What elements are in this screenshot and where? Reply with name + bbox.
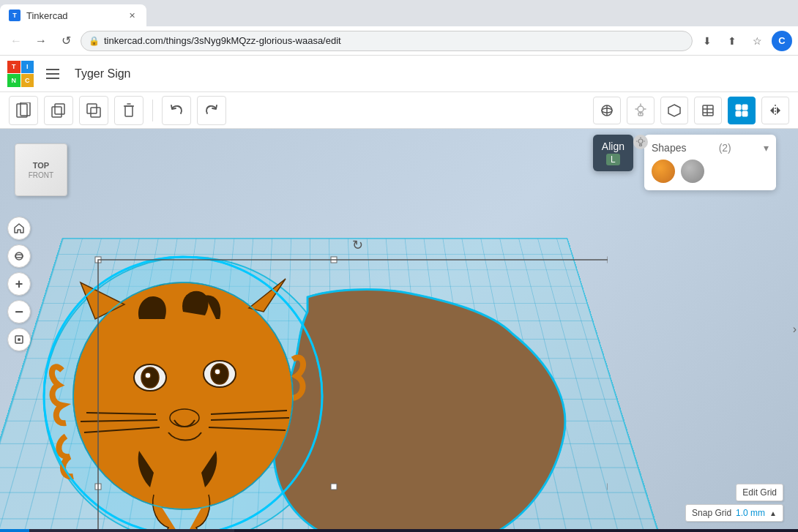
import-button[interactable] bbox=[694, 97, 722, 124]
shape-icon bbox=[667, 103, 682, 118]
views-icon bbox=[600, 103, 614, 118]
cube-box[interactable]: TOP FRONT bbox=[15, 143, 67, 196]
main-area: Workplane bbox=[0, 129, 798, 529]
zoom-out-button[interactable]: − bbox=[7, 300, 31, 323]
light-button[interactable] bbox=[627, 97, 655, 124]
shape-button[interactable] bbox=[660, 97, 688, 124]
svg-point-55 bbox=[638, 139, 643, 143]
zoom-in-button[interactable]: + bbox=[7, 272, 31, 296]
hamburger-icon bbox=[46, 69, 59, 79]
address-text: tinkercad.com/things/3sNyg9kMQzz-gloriou… bbox=[104, 35, 685, 46]
orbit-button[interactable] bbox=[7, 244, 31, 268]
tab-title: Tinkercad bbox=[26, 10, 68, 21]
shape-gray-circle[interactable] bbox=[681, 160, 704, 183]
align-label: Align bbox=[602, 141, 624, 152]
arrange-icon bbox=[734, 103, 749, 118]
svg-point-51 bbox=[15, 252, 23, 260]
mirror-button[interactable] bbox=[761, 97, 789, 124]
project-title: Tyger Sign bbox=[75, 67, 130, 80]
tab-favicon: T bbox=[9, 10, 20, 21]
lock-icon: 🔒 bbox=[89, 36, 100, 46]
delete-icon bbox=[121, 102, 137, 119]
fit-view-button[interactable] bbox=[7, 328, 31, 351]
logo-t: T bbox=[7, 61, 20, 74]
address-bar[interactable]: 🔒 tinkercad.com/things/3sNyg9kMQzz-glori… bbox=[81, 31, 693, 51]
svg-rect-2 bbox=[46, 78, 59, 79]
snap-grid-arrow: ▲ bbox=[769, 509, 777, 517]
svg-rect-26 bbox=[736, 105, 741, 110]
bookmark-button[interactable]: ☆ bbox=[747, 31, 767, 51]
views-button[interactable] bbox=[593, 97, 621, 124]
snap-grid-control[interactable]: Snap Grid 1.0 mm ▲ bbox=[685, 504, 783, 522]
back-button[interactable]: ← bbox=[6, 31, 26, 51]
logo-i: I bbox=[21, 61, 34, 74]
toolbar-separator-1 bbox=[152, 100, 153, 121]
tab-close-button[interactable]: ✕ bbox=[126, 10, 138, 21]
svg-point-52 bbox=[15, 255, 23, 258]
align-light-button[interactable] bbox=[633, 135, 648, 149]
logo-cad: C bbox=[21, 74, 34, 87]
new-button[interactable] bbox=[9, 96, 38, 125]
menu-button[interactable] bbox=[41, 62, 64, 86]
canvas-area[interactable]: Workplane bbox=[0, 129, 798, 529]
shape-orange-circle[interactable] bbox=[652, 160, 675, 183]
delete-button[interactable] bbox=[114, 96, 143, 125]
profile-button[interactable]: C bbox=[772, 31, 792, 51]
svg-point-15 bbox=[638, 106, 644, 112]
shapes-panel-title: Shapes bbox=[652, 142, 686, 154]
download-button[interactable]: ⬇ bbox=[697, 31, 717, 51]
edit-grid-label: Edit Grid bbox=[742, 487, 777, 498]
active-tab[interactable]: T Tinkercad ✕ bbox=[0, 4, 146, 26]
new-icon bbox=[15, 102, 31, 119]
svg-rect-7 bbox=[87, 104, 97, 113]
tinkercad-logo: T I N C bbox=[7, 61, 34, 87]
cube-front-label: FRONT bbox=[29, 171, 53, 179]
view-cube[interactable]: TOP FRONT bbox=[15, 143, 73, 202]
tinkercad-topbar: T I N C Tyger Sign bbox=[0, 56, 798, 92]
duplicate-button[interactable] bbox=[79, 96, 108, 125]
svg-rect-0 bbox=[46, 69, 59, 70]
svg-rect-27 bbox=[742, 105, 747, 110]
svg-rect-1 bbox=[46, 73, 59, 75]
navigation-bar: ← → ↺ 🔒 tinkercad.com/things/3sNyg9kMQzz… bbox=[0, 26, 798, 56]
shapes-svg: ↻ ↻ bbox=[22, 224, 608, 529]
snap-grid-label: Snap Grid bbox=[692, 508, 731, 518]
arrange-button[interactable] bbox=[728, 97, 756, 124]
undo-button[interactable] bbox=[162, 96, 191, 125]
light-bulb-icon bbox=[635, 137, 646, 147]
duplicate-icon bbox=[86, 102, 102, 119]
fit-view-icon bbox=[13, 334, 25, 345]
orbit-icon bbox=[13, 250, 25, 262]
start-button[interactable] bbox=[0, 529, 29, 532]
svg-point-35 bbox=[73, 282, 293, 509]
shapes-panel-count: (2) bbox=[719, 142, 731, 154]
forward-button[interactable]: → bbox=[31, 31, 51, 51]
copy-workspace-icon bbox=[51, 102, 67, 119]
tab-bar: T Tinkercad ✕ bbox=[0, 0, 798, 26]
snap-grid-value: 1.0 mm bbox=[736, 508, 765, 518]
logo-n: N bbox=[7, 74, 20, 87]
copy-workspace-button[interactable] bbox=[44, 96, 73, 125]
share-button[interactable]: ⬆ bbox=[722, 31, 742, 51]
handle-mm bbox=[331, 484, 337, 490]
mirror-icon bbox=[768, 103, 783, 118]
taskbar: 🔍 Type here to search bbox=[0, 529, 798, 532]
svg-rect-8 bbox=[91, 108, 100, 117]
shapes-panel-icons bbox=[652, 160, 769, 183]
toolbar bbox=[0, 92, 798, 129]
redo-button[interactable] bbox=[197, 96, 226, 125]
edit-grid-button[interactable]: Edit Grid bbox=[736, 484, 783, 501]
undo-icon bbox=[168, 102, 184, 119]
svg-marker-32 bbox=[777, 107, 780, 114]
svg-rect-29 bbox=[742, 111, 747, 116]
right-panel-collapse[interactable]: › bbox=[793, 323, 797, 336]
home-view-button[interactable] bbox=[7, 217, 31, 240]
align-button[interactable]: Align L bbox=[593, 135, 633, 171]
refresh-button[interactable]: ↺ bbox=[56, 31, 76, 51]
svg-point-41 bbox=[215, 369, 220, 375]
taskbar-search[interactable]: 🔍 Type here to search bbox=[29, 529, 234, 532]
left-controls: + − bbox=[7, 217, 31, 351]
shapes-panel-collapse[interactable]: ▾ bbox=[764, 142, 769, 154]
svg-marker-31 bbox=[770, 107, 774, 114]
shapes-panel: Shapes (2) ▾ bbox=[644, 135, 776, 190]
